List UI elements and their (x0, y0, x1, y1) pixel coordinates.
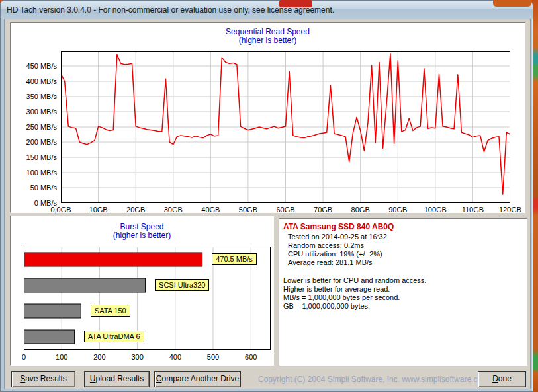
x-axis-label: 80GB (351, 206, 370, 214)
x-axis-label: 90GB (388, 206, 407, 214)
bar-label: 470.5 MB/s (212, 253, 257, 265)
burst-chart-title: Burst Speed (11, 222, 273, 231)
x-axis-label: 20GB (126, 206, 145, 214)
seq-chart-title: Sequential Read Speed (11, 27, 525, 36)
x-axis-label: 600 (245, 353, 257, 361)
drive-detail-line: CPU utilization: 19% (+/- 2%) (288, 250, 527, 258)
y-axis-label: 400 MB/s (11, 77, 57, 85)
drive-detail-line: Random access: 0.2ms (288, 241, 527, 250)
x-axis-label: 500 (207, 353, 219, 361)
upload-results-button[interactable]: Upload Results (84, 371, 150, 387)
info-notes: Lower is better for CPU and random acces… (279, 276, 527, 311)
bar-label: SCSI Ultra320 (155, 279, 209, 291)
bar-label: SATA 150 (91, 305, 130, 317)
compare-another-drive-button[interactable]: Compare Another Drive (154, 371, 241, 387)
x-axis-label: 70GB (314, 206, 332, 214)
desktop: { "window": { "title": "HD Tach version … (0, 0, 538, 392)
client-area: Sequential Read Speed (higher is better)… (4, 19, 531, 389)
burst-speed-panel: Burst Speed (higher is better) 470.5 MB/… (10, 216, 274, 366)
y-axis-label: 250 MB/s (11, 123, 57, 131)
drive-info-panel: ATA Samsung SSD 840 AB0Q Tested on 2014-… (279, 218, 527, 366)
drive-detail-line: Average read: 281.1 MB/s (288, 258, 527, 267)
x-axis-label: 300 (131, 353, 143, 361)
window-titlebar[interactable]: HD Tach version 3.0.4.0 - For non-commer… (1, 1, 533, 19)
x-axis-label: 120GB (499, 206, 521, 214)
seq-chart-subtitle: (higher is better) (11, 36, 525, 45)
y-axis-label: 150 MB/s (11, 153, 57, 161)
info-note-line: GB = 1,000,000,000 bytes. (283, 302, 527, 311)
copyright-text: Copyright (C) 2004 Simpli Software, Inc.… (258, 375, 488, 384)
y-axis-label: 50 MB/s (11, 184, 57, 192)
x-axis-label: 10GB (89, 206, 108, 214)
bar-label: ATA UltraDMA 6 (84, 331, 144, 342)
x-axis-label: 30GB (164, 206, 183, 214)
x-axis-label: 40GB (201, 206, 220, 214)
x-axis-label: 200 (93, 353, 105, 361)
x-axis-label: 110GB (462, 206, 484, 214)
x-axis-label: 50GB (239, 206, 257, 214)
y-axis-label: 100 MB/s (11, 169, 57, 176)
y-axis-label: 200 MB/s (11, 138, 57, 146)
info-note-line: MB/s = 1,000,000 bytes per second. (283, 294, 527, 302)
wallpaper-red-shape (279, 0, 312, 7)
x-axis-label: 400 (169, 353, 181, 361)
drive-name: ATA Samsung SSD 840 AB0Q (279, 219, 527, 233)
test-details: Tested on 2014-09-25 at 16:32Random acce… (279, 233, 527, 267)
wallpaper-orange-shape (493, 0, 531, 7)
x-axis-label: 100GB (424, 206, 447, 214)
y-axis-label: 350 MB/s (11, 93, 57, 100)
drive-detail-line: Tested on 2014-09-25 at 16:32 (288, 233, 527, 241)
sequential-read-panel: Sequential Read Speed (higher is better)… (10, 22, 525, 213)
x-axis-label: 0 (22, 353, 26, 361)
x-axis-label: 60GB (276, 206, 294, 214)
x-axis-label: 0,0GB (50, 206, 71, 214)
info-note-line: Higher is better for average read. (283, 285, 527, 294)
y-axis-label: 300 MB/s (11, 108, 57, 116)
save-results-button[interactable]: Save Results (11, 371, 75, 387)
done-button[interactable]: Done (478, 371, 526, 387)
y-axis-label: 450 MB/s (11, 62, 57, 70)
sequential-read-chart (61, 51, 510, 203)
info-note-line: Lower is better for CPU and random acces… (283, 276, 527, 285)
x-axis-label: 100 (56, 353, 67, 361)
burst-chart-subtitle: (higher is better) (11, 231, 273, 240)
hdtach-window: HD Tach version 3.0.4.0 - For non-commer… (0, 0, 533, 392)
